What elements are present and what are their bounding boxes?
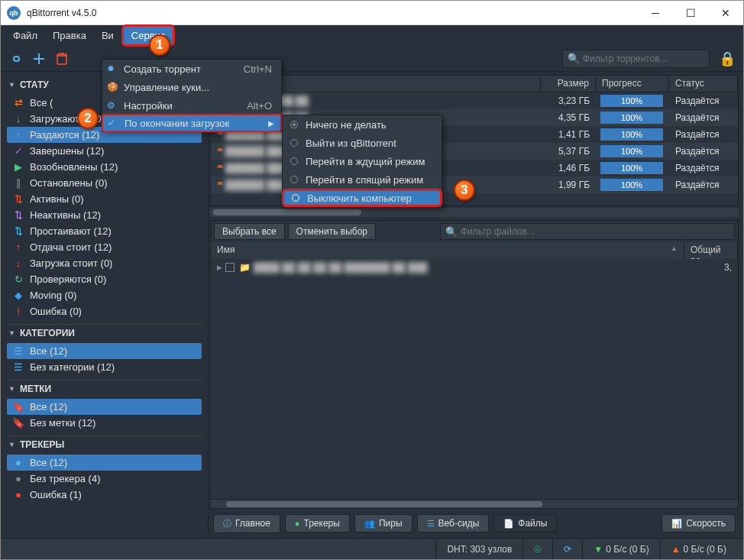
sidebar-item[interactable]: ↻Проверяются (0) [7,271,202,287]
col-size[interactable]: Размер [541,76,596,92]
sidebar-item[interactable]: ●Без трекера (4) [7,471,202,487]
file-filter-input[interactable] [461,226,729,237]
sidebar-item[interactable]: !Ошибка (0) [7,303,202,319]
detail-toolbar: Выбрать все Отменить выбор 🔍 [211,221,738,242]
app-window: qb qBittorrent v4.5.0 ─ ☐ ✕ Файл Правка … [0,0,744,560]
status-net-icon[interactable]: ⦾ [522,539,552,559]
detail-hscroll[interactable] [211,499,738,508]
torrent-filter[interactable]: 🔍 [562,50,710,68]
lock-icon[interactable]: 🔒 [719,50,736,67]
sidebar-item[interactable]: ↓Загрузка стоит (0) [7,255,202,271]
sidebar-item[interactable]: ⇅Неактивны (12) [7,207,202,223]
tools-menu: ✸Создать торрентCtrl+N 🍪Управление куки.… [102,59,282,132]
file-col-name[interactable]: Имя▲ [211,242,684,259]
sidebar-item[interactable]: 🔖Все (12) [7,399,202,415]
sidebar-item[interactable]: ◆Moving (0) [7,287,202,303]
sidebar-head-categories[interactable]: ▼КАТЕГОРИИ [7,324,202,343]
sidebar-item[interactable]: ☰Без категории (12) [7,359,202,375]
submenu-hibernate[interactable]: Перейти в спящий режим [283,170,442,189]
sidebar: ▼СТАТУ ⇄Все (↓Загружаются (0)↑Раздаются … [1,72,209,538]
search-icon: 🔍 [445,226,458,238]
menu-view[interactable]: Ви [94,27,121,44]
sidebar-item[interactable]: ▶Возобновлены (12) [7,159,202,175]
sidebar-head-trackers[interactable]: ▼ТРЕКЕРЫ [7,435,202,455]
app-icon: qb [7,6,21,20]
maximize-button[interactable]: ☐ [673,1,708,25]
detail-tabs: ⓘГлавное ●Трекеры 👥Пиры ☰Веб-сиды 📄Файлы… [210,512,739,535]
menu-file[interactable]: Файл [5,27,45,44]
sidebar-item[interactable]: ‖Остановлены (0) [7,175,202,191]
sidebar-item[interactable]: ✓Завершены (12) [7,143,202,159]
status-dl[interactable]: ▼0 Б/с (0 Б) [582,539,659,559]
file-filter[interactable]: 🔍 [440,223,735,240]
sidebar-item[interactable]: 🔖Без метки (12) [7,415,202,431]
menu-on-finish[interactable]: ✔По окончании загрузок▶ [102,114,282,132]
delete-icon[interactable] [51,49,73,69]
window-title: qBittorrent v4.5.0 [27,8,638,18]
file-checkbox[interactable] [225,263,235,272]
file-name: ████ ██ ██ ██ ██ ███████ ██ ███ [254,262,427,273]
sidebar-item[interactable]: ●Ошибка (1) [7,487,202,503]
menu-edit[interactable]: Правка [45,27,94,44]
menu-cookies[interactable]: 🍪Управление куки... [102,78,281,96]
file-header: Имя▲ Общий ра [211,242,738,259]
add-icon[interactable] [28,49,50,69]
search-icon: 🔍 [568,53,580,64]
sidebar-item[interactable]: ●Все (12) [7,455,202,471]
menu-create-torrent[interactable]: ✸Создать торрентCtrl+N [102,60,281,78]
titlebar: qb qBittorrent v4.5.0 ─ ☐ ✕ [1,1,743,25]
sidebar-item[interactable]: ☰Все (12) [7,343,202,359]
tab-general[interactable]: ⓘГлавное [213,514,280,533]
status-dht[interactable]: DHT: 303 узлов [435,539,522,559]
sidebar-item[interactable]: ↑Отдача стоит (12) [7,239,202,255]
col-progress[interactable]: Прогресс [596,76,669,92]
sidebar-head-tags[interactable]: ▼МЕТКИ [7,380,202,399]
tab-files[interactable]: 📄Файлы [493,514,557,532]
deselect-button[interactable]: Отменить выбор [288,223,376,240]
file-body: ▶ 📁 ████ ██ ██ ██ ██ ███████ ██ ███ 3, [211,259,738,499]
menu-settings[interactable]: ⚙НастройкиAlt+O [102,96,281,115]
select-all-button[interactable]: Выбрать все [214,223,285,240]
submenu-exit[interactable]: Выйти из qBittorrent [283,134,442,152]
sidebar-item[interactable]: ⇅Простаивают (12) [7,223,202,239]
link-icon[interactable] [5,49,27,69]
detail-panel: Выбрать все Отменить выбор 🔍 Имя▲ Общий … [210,220,739,509]
submenu-shutdown[interactable]: Выключить компьютер [282,189,442,207]
statusbar: DHT: 303 узлов ⦾ ⟳ ▼0 Б/с (0 Б) ▲0 Б/с (… [1,538,743,559]
submenu-nothing[interactable]: Ничего не делать [283,115,442,134]
file-row[interactable]: ▶ 📁 ████ ██ ██ ██ ██ ███████ ██ ███ 3, [211,259,738,276]
status-alt-icon[interactable]: ⟳ [552,539,582,559]
tab-peers[interactable]: 👥Пиры [354,514,412,532]
onfinish-submenu: Ничего не делать Выйти из qBittorrent Пе… [282,115,442,208]
torrent-hscroll[interactable] [210,208,739,217]
close-button[interactable]: ✕ [708,1,743,25]
submenu-suspend[interactable]: Перейти в ждущий режим [283,152,442,170]
col-status[interactable]: Статус [669,76,738,92]
tab-speed[interactable]: 📊Скорость [662,514,736,532]
tab-trackers[interactable]: ●Трекеры [285,514,350,532]
file-col-size[interactable]: Общий ра [684,242,738,259]
callout-2: 2 [77,108,99,129]
callout-3: 3 [454,180,475,201]
minimize-button[interactable]: ─ [638,1,673,25]
torrent-header: Размер Прогресс Статус [211,76,738,92]
status-ul[interactable]: ▲0 Б/с (0 Б) [660,539,737,559]
torrent-filter-input[interactable] [583,53,704,64]
callout-1: 1 [149,34,170,56]
tab-webseeds[interactable]: ☰Веб-сиды [417,514,490,532]
sidebar-item[interactable]: ⇅Активны (0) [7,191,202,207]
menubar: Файл Правка Ви Сервис [1,25,743,46]
torrent-row[interactable]: ^^^██████ ████ ██3,23 ГБ100%Раздаётся [211,92,738,109]
